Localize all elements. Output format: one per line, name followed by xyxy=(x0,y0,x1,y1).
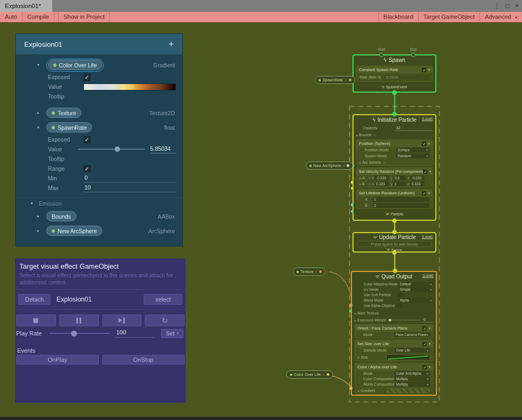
initialize-output-port[interactable] xyxy=(392,219,397,223)
collapse-icon[interactable]: < xyxy=(343,164,345,167)
velocity-b-input-port[interactable] xyxy=(351,187,354,190)
category-caret-icon[interactable]: ▾ xyxy=(31,201,39,206)
spawn-output-port[interactable] xyxy=(392,90,397,95)
size-curve-field[interactable] xyxy=(386,354,430,360)
collapse-icon[interactable]: < xyxy=(345,78,347,82)
velocity-b-x-field[interactable]: 0.333 xyxy=(375,181,389,186)
arc-sphere-caret-icon[interactable]: ▸ xyxy=(359,160,361,164)
texture-output-port[interactable] xyxy=(319,270,322,273)
initialize-context-node[interactable]: ϟ Initialize Particle (Local) Capacity 3… xyxy=(352,114,436,221)
exposure-slider[interactable] xyxy=(389,320,420,320)
spawnrate-parameter-node[interactable]: SpawnRate < xyxy=(315,76,355,84)
maximize-icon[interactable]: □ xyxy=(506,2,510,10)
alpha-clipping-checkbox[interactable] xyxy=(398,304,402,307)
min-field[interactable]: 0 xyxy=(83,174,176,183)
slider-knob[interactable] xyxy=(71,331,77,337)
velocity-random-block[interactable]: Set Velocity Random (Per-component) ✓ ▾ … xyxy=(356,167,433,187)
block-enabled-checkbox[interactable]: ✓ xyxy=(422,342,427,346)
block-collapse-icon[interactable]: ▾ xyxy=(428,191,430,195)
spawn-start-port[interactable] xyxy=(379,53,384,57)
bounds-pill[interactable]: Bounds xyxy=(46,211,76,221)
set-play-rate-button[interactable]: Set ▾ xyxy=(161,329,184,338)
update-context-node[interactable]: Ψ Update Particle (Local) Press space to… xyxy=(352,232,436,253)
rate-value-field[interactable]: 5.85034 xyxy=(384,75,429,80)
gradient-preview-field[interactable] xyxy=(83,83,176,90)
block-enabled-checkbox[interactable]: ✓ xyxy=(422,191,426,195)
block-collapse-icon[interactable]: ▾ xyxy=(428,68,430,72)
stop-button[interactable] xyxy=(16,314,56,326)
lifetime-a-input-port[interactable] xyxy=(351,204,354,206)
arc-sphere-space-toggle-icon[interactable]: ○ xyxy=(383,160,385,164)
new-arcsphere-output-port[interactable] xyxy=(347,164,349,167)
orient-mode-dropdown[interactable]: Face Camera Plane ▾ xyxy=(394,332,430,337)
bounds-caret-icon[interactable]: ▸ xyxy=(356,133,358,137)
gradient-caret-icon[interactable]: ▸ xyxy=(358,389,359,393)
block-enabled-checkbox[interactable]: ✓ xyxy=(422,68,426,72)
lifetime-b-field[interactable]: 3 xyxy=(372,203,429,208)
collapse-icon[interactable]: < xyxy=(315,270,318,274)
initialize-input-port[interactable] xyxy=(392,112,397,116)
quad-output-space-label[interactable]: (Local) xyxy=(422,274,433,277)
spawn-context-node[interactable]: Start Stop ϟ Spawn Constant Spawn Rate ✓… xyxy=(352,54,436,93)
size-caret-icon[interactable]: ▸ xyxy=(358,355,359,359)
asset-tab[interactable]: Explosion01* xyxy=(0,0,52,12)
velocity-a-x-field[interactable]: -0.333 xyxy=(375,176,389,180)
slider-knob[interactable] xyxy=(115,146,120,152)
exposure-input-port[interactable] xyxy=(349,310,352,312)
color-over-life-pill[interactable]: Color Over Life xyxy=(48,60,103,70)
blackboard-toggle-button[interactable]: Blackboard xyxy=(378,12,418,22)
play-rate-value-field[interactable]: 100 xyxy=(114,329,155,338)
emission-category[interactable]: ▾ Emission xyxy=(16,197,182,209)
expand-caret-icon[interactable]: ▾ xyxy=(37,62,46,67)
velocity-a-z-field[interactable]: -0.333 xyxy=(410,176,425,180)
block-collapse-icon[interactable]: ▾ xyxy=(428,326,431,331)
bounds-space-toggle-icon[interactable]: ○ xyxy=(373,133,376,137)
target-gameobject-toggle-button[interactable]: Target GameObject xyxy=(418,12,479,22)
output-input-port[interactable] xyxy=(393,269,397,273)
block-enabled-checkbox[interactable]: ✓ xyxy=(422,142,426,146)
size-over-life-block[interactable]: Set Size over Life ✓ ▾ Sample Mode Over … xyxy=(355,340,433,361)
play-rate-slider[interactable] xyxy=(50,330,110,337)
expand-caret-icon[interactable]: ▸ xyxy=(37,110,46,115)
lifetime-a-field[interactable]: 1 xyxy=(372,197,429,202)
detach-button[interactable]: Detach xyxy=(18,294,51,305)
color-mode-dropdown[interactable]: Color And Alpha ▾ xyxy=(394,371,430,376)
onplay-button[interactable]: OnPlay xyxy=(16,355,99,365)
velocity-b-y-field[interactable]: 1 xyxy=(393,181,406,186)
block-collapse-icon[interactable]: ▾ xyxy=(429,170,431,174)
blend-mode-dropdown[interactable]: Alpha ▾ xyxy=(398,298,433,303)
texture-parameter-node[interactable]: Texture < xyxy=(293,268,326,276)
block-enabled-checkbox[interactable]: ✓ xyxy=(422,365,427,369)
quad-output-context-node[interactable]: Ψ Quad Output (Local) Color Mapping Mode… xyxy=(351,271,437,396)
color-over-life-output-port[interactable] xyxy=(327,373,329,376)
velocity-b-z-field[interactable]: 0.333 xyxy=(410,181,425,186)
lifetime-b-input-port[interactable] xyxy=(351,210,354,213)
initialize-space-label[interactable]: (Local) xyxy=(422,117,433,121)
update-empty-placeholder[interactable]: Press space to add blocks xyxy=(357,241,432,247)
add-parameter-button[interactable]: + xyxy=(168,39,174,50)
range-checkbox[interactable]: ✓ xyxy=(83,165,90,172)
auto-button[interactable]: Auto xyxy=(0,12,23,22)
gradient-field[interactable] xyxy=(386,388,430,393)
spawn-stop-port[interactable] xyxy=(411,53,415,57)
advanced-dropdown-button[interactable]: Advanced ▾ xyxy=(479,12,522,22)
main-texture-input-port[interactable] xyxy=(349,304,352,307)
block-enabled-checkbox[interactable]: ✓ xyxy=(423,170,427,174)
velocity-a-input-port[interactable] xyxy=(351,181,354,184)
compile-button[interactable]: Compile xyxy=(23,12,54,22)
capacity-field[interactable]: 32 xyxy=(395,125,433,131)
velocity-b-caret-icon[interactable]: ▸ xyxy=(359,182,361,186)
expand-caret-icon[interactable]: ▸ xyxy=(37,228,46,233)
velocity-a-caret-icon[interactable]: ▸ xyxy=(359,176,361,180)
velocity-a-y-field[interactable]: 0.2 xyxy=(393,176,406,180)
update-input-port[interactable] xyxy=(392,230,397,234)
constant-spawn-rate-block[interactable]: Constant Spawn Rate ✓ ▾ Rate (Min: 0) 5.… xyxy=(356,66,433,82)
color-mapping-dropdown[interactable]: Default ▾ xyxy=(398,282,433,286)
position-mode-dropdown[interactable]: Surface ▾ xyxy=(396,148,429,152)
exposed-checkbox[interactable]: ✓ xyxy=(83,74,90,81)
orient-block[interactable]: Orient : Face Camera Plane ✓ ▾ Mode Face… xyxy=(355,324,433,338)
value-number-field[interactable]: 5.85034 xyxy=(150,145,176,153)
value-slider[interactable] xyxy=(78,145,145,153)
alpha-composition-dropdown[interactable]: Multiply ▾ xyxy=(394,382,430,387)
pause-button[interactable] xyxy=(59,314,99,326)
